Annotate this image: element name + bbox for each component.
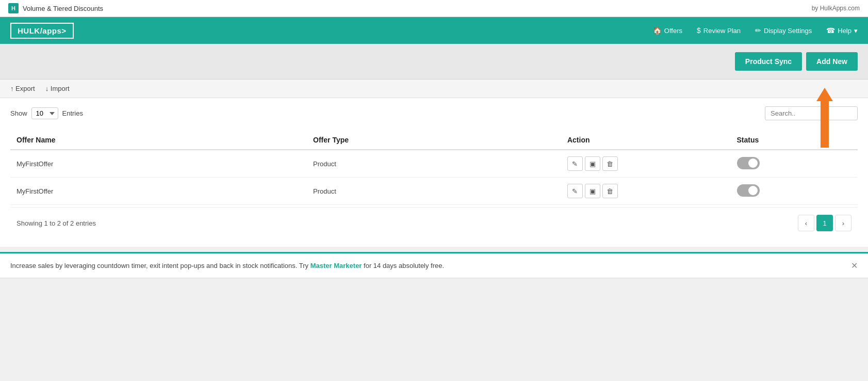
prev-page-button[interactable]: ‹ bbox=[798, 215, 814, 231]
main-content: Show 10 25 50 100 Entries Offer Name Off… bbox=[0, 98, 868, 247]
status-toggle[interactable] bbox=[737, 184, 760, 197]
controls-row: Show 10 25 50 100 Entries bbox=[10, 106, 858, 120]
pagination-row: Showing 1 to 2 of 2 entries ‹ 1 › bbox=[10, 207, 858, 239]
status-cell bbox=[731, 178, 858, 205]
product-sync-button[interactable]: Product Sync bbox=[735, 52, 802, 71]
offer-type-cell: Product bbox=[307, 178, 561, 205]
page-1-button[interactable]: 1 bbox=[816, 215, 833, 231]
nav-logo[interactable]: HULK/apps> bbox=[10, 23, 74, 39]
show-label: Show bbox=[10, 109, 27, 117]
add-new-button[interactable]: Add New bbox=[806, 52, 858, 71]
action-cell: ✎ ▣ 🗑 bbox=[561, 178, 731, 205]
phone-icon: ☎ bbox=[826, 26, 835, 35]
banner-text: Increase sales by leveraging countdown t… bbox=[10, 262, 444, 269]
status-cell bbox=[731, 150, 858, 178]
nav-offers-label: Offers bbox=[664, 27, 682, 35]
pagination-controls: ‹ 1 › bbox=[798, 215, 851, 231]
banner-link[interactable]: Master Marketer bbox=[310, 262, 362, 269]
col-header-offer-type: Offer Type bbox=[307, 131, 561, 150]
home-icon: 🏠 bbox=[653, 26, 662, 35]
copy-button[interactable]: ▣ bbox=[585, 184, 600, 198]
toggle-slider bbox=[737, 184, 760, 197]
banner-close-button[interactable]: ✕ bbox=[851, 261, 858, 271]
nav-help-label: Help bbox=[838, 27, 851, 35]
banner: Increase sales by leveraging countdown t… bbox=[0, 252, 868, 278]
offer-name-cell: MyFirstOffer bbox=[10, 150, 307, 178]
action-icons: ✎ ▣ 🗑 bbox=[567, 184, 725, 198]
offer-type-cell: Product bbox=[307, 150, 561, 178]
status-toggle[interactable] bbox=[737, 157, 760, 169]
app-name: Volume & Tiered Discounts bbox=[23, 5, 103, 12]
col-header-action: Action bbox=[561, 131, 731, 150]
action-bar: Product Sync Add New bbox=[0, 44, 868, 80]
export-import-bar: ↑ Export ↓ Import bbox=[0, 80, 868, 98]
nav-links: 🏠 Offers $ Review Plan ✏ Display Setting… bbox=[653, 26, 858, 35]
copy-button[interactable]: ▣ bbox=[585, 156, 600, 171]
entries-label: Entries bbox=[62, 109, 83, 117]
title-bar-left: H Volume & Tiered Discounts bbox=[8, 3, 103, 13]
delete-button[interactable]: 🗑 bbox=[602, 184, 618, 198]
table-row: MyFirstOffer Product ✎ ▣ 🗑 bbox=[10, 178, 858, 205]
offer-name-cell: MyFirstOffer bbox=[10, 178, 307, 205]
pagination-info: Showing 1 to 2 of 2 entries bbox=[17, 219, 96, 227]
edit-button[interactable]: ✎ bbox=[567, 156, 583, 171]
nav-link-review-plan[interactable]: $ Review Plan bbox=[697, 26, 741, 35]
import-button[interactable]: ↓ Import bbox=[45, 85, 70, 92]
toggle-slider bbox=[737, 157, 760, 169]
app-icon: H bbox=[8, 3, 19, 13]
nav-link-help[interactable]: ☎ Help ▾ bbox=[826, 26, 858, 35]
action-icons: ✎ ▣ 🗑 bbox=[567, 156, 725, 171]
top-nav: HULK/apps> 🏠 Offers $ Review Plan ✏ Disp… bbox=[0, 17, 868, 44]
table-row: MyFirstOffer Product ✎ ▣ 🗑 bbox=[10, 150, 858, 178]
show-entries: Show 10 25 50 100 Entries bbox=[10, 107, 83, 119]
pencil-icon: ✏ bbox=[755, 26, 761, 35]
chevron-down-icon: ▾ bbox=[854, 27, 858, 35]
nav-link-display-settings[interactable]: ✏ Display Settings bbox=[755, 26, 812, 35]
col-header-status: Status bbox=[731, 131, 858, 150]
search-input[interactable] bbox=[765, 106, 858, 120]
page-wrapper: H Volume & Tiered Discounts by HulkApps.… bbox=[0, 0, 868, 381]
dollar-icon: $ bbox=[697, 26, 701, 35]
banner-text-after: for 14 days absolutely free. bbox=[362, 262, 444, 269]
banner-text-before: Increase sales by leveraging countdown t… bbox=[10, 262, 310, 269]
entries-select[interactable]: 10 25 50 100 bbox=[31, 107, 58, 119]
title-bar: H Volume & Tiered Discounts by HulkApps.… bbox=[0, 0, 868, 17]
export-button[interactable]: ↑ Export bbox=[10, 85, 35, 92]
nav-review-plan-label: Review Plan bbox=[703, 27, 741, 35]
brand-label: by HulkApps.com bbox=[812, 5, 860, 12]
action-cell: ✎ ▣ 🗑 bbox=[561, 150, 731, 178]
edit-button[interactable]: ✎ bbox=[567, 184, 583, 198]
offers-table: Offer Name Offer Type Action Status MyFi… bbox=[10, 131, 858, 205]
next-page-button[interactable]: › bbox=[835, 215, 851, 231]
table-header-row: Offer Name Offer Type Action Status bbox=[10, 131, 858, 150]
delete-button[interactable]: 🗑 bbox=[602, 156, 618, 171]
col-header-offer-name: Offer Name bbox=[10, 131, 307, 150]
nav-link-offers[interactable]: 🏠 Offers bbox=[653, 26, 682, 35]
nav-display-settings-label: Display Settings bbox=[764, 27, 812, 35]
